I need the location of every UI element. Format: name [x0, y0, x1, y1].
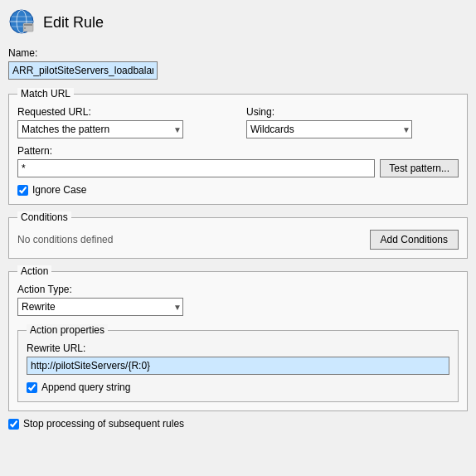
requested-url-label: Requested URL: — [17, 106, 230, 118]
pattern-label: Pattern: — [17, 145, 459, 157]
conditions-row: No conditions defined Add Conditions — [17, 230, 459, 250]
stop-processing-checkbox[interactable] — [8, 419, 19, 430]
append-query-string-checkbox[interactable] — [27, 382, 37, 393]
no-conditions-text: No conditions defined — [17, 234, 113, 245]
match-url-legend: Match URL — [17, 88, 74, 100]
ignore-case-label[interactable]: Ignore Case — [32, 184, 86, 196]
header-icon — [8, 8, 35, 37]
name-label: Name: — [8, 47, 468, 59]
name-section: Name: — [8, 47, 468, 80]
using-col: Using: Wildcards Regular Expressions Exa… — [246, 106, 459, 138]
test-pattern-button[interactable]: Test pattern... — [380, 159, 459, 177]
action-group: Action Action Type: Rewrite Redirect Cus… — [8, 265, 468, 411]
append-query-string-row: Append query string — [27, 381, 449, 393]
action-properties-legend: Action properties — [27, 324, 108, 336]
requested-url-select[interactable]: Matches the pattern Does not match the p… — [17, 120, 183, 138]
name-input[interactable] — [8, 61, 158, 80]
svg-point-8 — [24, 27, 26, 29]
page-title: Edit Rule — [43, 14, 104, 32]
action-legend: Action — [17, 265, 51, 277]
conditions-group: Conditions No conditions defined Add Con… — [8, 211, 468, 259]
match-url-group: Match URL Requested URL: Matches the pat… — [8, 88, 468, 205]
stop-processing-label[interactable]: Stop processing of subsequent rules — [23, 418, 184, 430]
requested-url-wrapper: Matches the pattern Does not match the p… — [17, 120, 183, 138]
add-conditions-button[interactable]: Add Conditions — [370, 230, 459, 250]
action-type-select[interactable]: Rewrite Redirect Custom Response Abort R… — [17, 298, 183, 316]
using-wrapper: Wildcards Regular Expressions Exact Matc… — [246, 120, 412, 138]
pattern-row: Test pattern... — [17, 159, 459, 177]
using-select[interactable]: Wildcards Regular Expressions Exact Matc… — [246, 120, 412, 138]
svg-rect-7 — [24, 24, 32, 26]
using-label: Using: — [246, 106, 459, 118]
rewrite-url-input[interactable] — [27, 357, 449, 375]
append-query-string-label[interactable]: Append query string — [41, 381, 130, 393]
requested-url-using-row: Requested URL: Matches the pattern Does … — [17, 106, 459, 138]
action-type-wrapper: Rewrite Redirect Custom Response Abort R… — [17, 298, 183, 316]
action-type-label: Action Type: — [17, 284, 459, 295]
action-type-row: Action Type: Rewrite Redirect Custom Res… — [17, 284, 459, 316]
ignore-case-row: Ignore Case — [17, 184, 459, 196]
requested-url-col: Requested URL: Matches the pattern Does … — [17, 106, 230, 138]
conditions-legend: Conditions — [17, 211, 71, 223]
pattern-input[interactable] — [17, 159, 375, 177]
page-header: Edit Rule — [8, 8, 468, 37]
ignore-case-checkbox[interactable] — [17, 185, 28, 196]
action-properties-group: Action properties Rewrite URL: Append qu… — [17, 324, 459, 402]
rewrite-url-label: Rewrite URL: — [27, 342, 449, 354]
stop-processing-section: Stop processing of subsequent rules — [8, 418, 468, 430]
